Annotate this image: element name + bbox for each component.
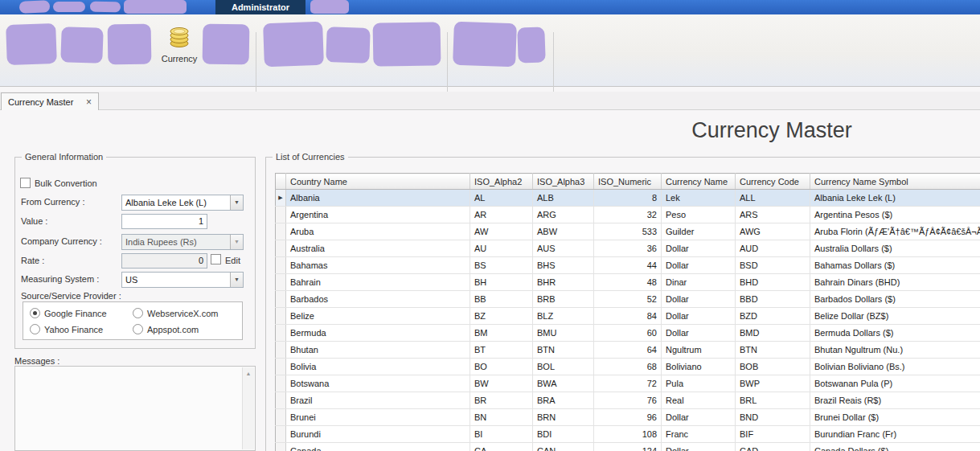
grid-cell[interactable]: Canada (286, 443, 470, 451)
grid-cell[interactable]: Guilder (662, 223, 736, 240)
grid-cell[interactable]: AL (470, 190, 533, 207)
redacted-ribbon-button[interactable] (326, 27, 371, 64)
grid-cell[interactable]: 60 (594, 325, 662, 342)
grid-cell[interactable]: BZD (736, 308, 810, 325)
grid-cell[interactable]: Belize (286, 308, 470, 325)
grid-cell[interactable]: 76 (594, 392, 662, 409)
table-row[interactable]: ArubaAWABW533GuilderAWGAruba Florin (ÃƒÆ… (276, 223, 980, 240)
grid-cell[interactable]: Dinar (662, 274, 736, 291)
currency-button[interactable]: Currency (154, 19, 204, 74)
grid-cell[interactable]: Lek (662, 190, 736, 207)
grid-cell[interactable]: BOB (736, 359, 810, 375)
table-row[interactable]: BruneiBNBRN96DollarBNDBrunei Dollar ($) (276, 409, 980, 426)
redacted-ribbon-button[interactable] (108, 24, 152, 65)
grid-cell[interactable]: 64 (594, 342, 662, 359)
table-row[interactable]: BelizeBZBLZ84DollarBZDBelize Dollar (BZ$… (276, 308, 980, 325)
chevron-down-icon[interactable]: ▼ (230, 273, 243, 287)
grid-cell[interactable]: Aruba (286, 223, 470, 240)
grid-cell[interactable]: Brunei Dollar ($) (810, 409, 980, 426)
column-header[interactable]: ISO_Alpha2 (470, 174, 533, 190)
table-row[interactable]: BhutanBTBTN64NgultrumBTNBhutan Ngultrum … (276, 342, 980, 359)
grid-cell[interactable]: BHD (736, 274, 810, 291)
grid-cell[interactable]: AUD (736, 240, 810, 257)
grid-cell[interactable]: Dollar (662, 443, 736, 451)
grid-cell[interactable]: AWG (736, 223, 810, 240)
table-row[interactable]: BotswanaBWBWA72PulaBWPBotswanan Pula (P) (276, 375, 980, 392)
column-header[interactable]: Currency Code (736, 174, 810, 190)
redacted-ribbon-button[interactable] (203, 23, 250, 64)
column-header[interactable]: Currency Name Symbol (810, 174, 980, 190)
grid-cell[interactable]: Bolivia (286, 359, 470, 375)
radio-google-finance[interactable] (30, 308, 40, 318)
grid-cell[interactable]: BWA (533, 375, 594, 392)
grid-cell[interactable]: Albania Leke Lek (L) (810, 190, 980, 207)
grid-cell[interactable]: AUS (533, 240, 594, 257)
grid-cell[interactable]: Belize Dollar (BZ$) (810, 308, 980, 325)
grid-cell[interactable]: Dollar (662, 325, 736, 342)
grid-cell[interactable]: Boliviano (662, 359, 736, 375)
grid-cell[interactable]: ABW (533, 223, 594, 240)
grid-cell[interactable]: BSD (736, 257, 810, 274)
grid-cell[interactable]: AW (470, 223, 533, 240)
grid-cell[interactable]: BH (470, 274, 533, 291)
grid-cell[interactable]: 8 (594, 190, 662, 207)
bulk-convertion-checkbox[interactable] (20, 178, 31, 188)
redacted-ribbon-tab[interactable] (124, 0, 187, 14)
table-row[interactable]: BahrainBHBHR48DinarBHDBahrain Dinars (BH… (276, 274, 980, 291)
grid-cell[interactable]: Botswanan Pula (P) (810, 375, 980, 392)
grid-cell[interactable]: 68 (594, 359, 662, 375)
grid-cell[interactable]: Botswana (286, 375, 470, 392)
grid-cell[interactable]: CA (470, 443, 533, 451)
company-currency-combo[interactable]: India Rupees (Rs) ▼ (121, 234, 244, 250)
grid-cell[interactable]: BT (470, 342, 533, 359)
table-row[interactable]: BermudaBMBMU60DollarBMDBermuda Dollars (… (276, 325, 980, 342)
grid-cell[interactable]: BND (736, 409, 810, 426)
grid-cell[interactable]: Bahrain (286, 274, 470, 291)
value-input[interactable]: 1 (121, 214, 207, 229)
grid-cell[interactable]: BM (470, 325, 533, 342)
table-row[interactable]: BahamasBSBHS44DollarBSDBahamas Dollars (… (276, 257, 980, 274)
radio-yahoo-finance[interactable] (30, 324, 40, 334)
table-row[interactable]: CanadaCACAN124DollarCADCanada Dollars ($… (276, 443, 980, 451)
table-row[interactable]: BoliviaBOBOL68BolivianoBOBBolivian Boliv… (276, 359, 980, 375)
edit-checkbox[interactable] (211, 254, 221, 264)
grid-cell[interactable]: Real (662, 392, 736, 409)
scroll-up-icon[interactable]: ▲ (243, 367, 254, 379)
grid-cell[interactable]: 36 (594, 240, 662, 257)
grid-cell[interactable]: Bermuda (286, 325, 470, 342)
grid-cell[interactable]: BRB (533, 291, 594, 308)
grid-cell[interactable]: Barbados Dollars ($) (810, 291, 980, 308)
redacted-ribbon-tab[interactable] (310, 0, 349, 14)
chevron-down-icon[interactable]: ▼ (230, 195, 243, 210)
grid-cell[interactable]: Bahamas Dollars ($) (810, 257, 980, 274)
column-header[interactable]: Country Name (286, 174, 470, 190)
redacted-ribbon-button[interactable] (263, 22, 324, 68)
grid-cell[interactable]: Australia Dollars ($) (810, 240, 980, 257)
rate-input[interactable]: 0 (121, 253, 207, 269)
grid-cell[interactable]: 124 (594, 443, 662, 451)
grid-cell[interactable]: Bhutan Ngultrum (Nu.) (810, 342, 980, 359)
redacted-ribbon-button[interactable] (453, 22, 517, 68)
grid-cell[interactable]: 52 (594, 291, 662, 308)
grid-cell[interactable]: 32 (594, 207, 662, 223)
grid-cell[interactable]: Dollar (662, 409, 736, 426)
grid-cell[interactable]: Bahamas (286, 257, 470, 274)
grid-cell[interactable]: Brazil Reais (R$) (810, 392, 980, 409)
grid-cell[interactable]: ALL (736, 190, 810, 207)
grid-cell[interactable]: Barbados (286, 291, 470, 308)
grid-cell[interactable]: Dollar (662, 240, 736, 257)
table-row[interactable]: ▶AlbaniaALALB8LekALLAlbania Leke Lek (L) (276, 190, 980, 207)
grid-cell[interactable]: Canada Dollars ($) (810, 443, 980, 451)
measuring-system-combo[interactable]: US ▼ (121, 272, 244, 288)
grid-cell[interactable]: AR (470, 207, 533, 223)
grid-cell[interactable]: Aruba Florin (ÃƒÆ'Ã†â€™ÃƒÂ¢Ã¢â€šÂ¬Ã…Â¡Ãƒ (810, 223, 980, 240)
messages-textarea[interactable]: ▲ (14, 366, 256, 451)
grid-cell[interactable]: Argentina Pesos ($) (810, 207, 980, 223)
grid-cell[interactable]: BLZ (533, 308, 594, 325)
grid-cell[interactable]: 44 (594, 257, 662, 274)
grid-cell[interactable]: Albania (286, 190, 470, 207)
grid-cell[interactable]: Bolivian Boliviano (Bs.) (810, 359, 980, 375)
grid-cell[interactable]: BTN (736, 342, 810, 359)
grid-cell[interactable]: Pula (662, 375, 736, 392)
table-row[interactable]: BarbadosBBBRB52DollarBBDBarbados Dollars… (276, 291, 980, 308)
